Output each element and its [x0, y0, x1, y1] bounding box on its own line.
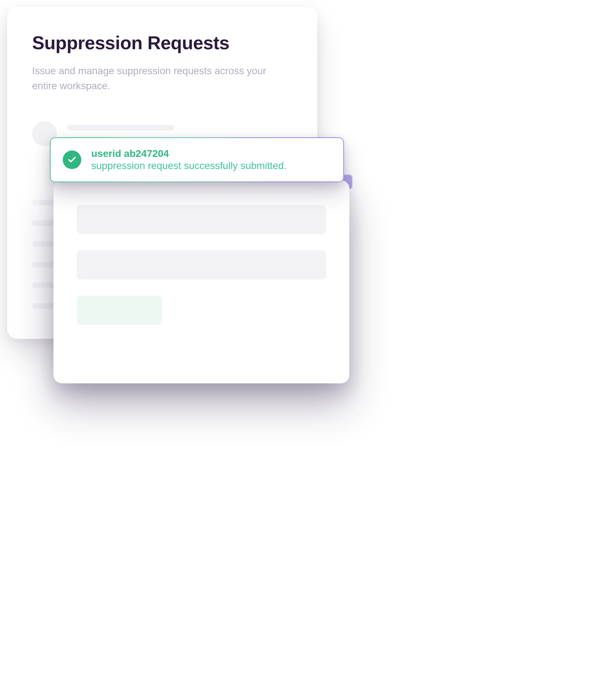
page-subtitle: Issue and manage suppression requests ac…	[32, 63, 274, 93]
toast-message: suppression request successfully submitt…	[91, 160, 287, 172]
submit-button-placeholder[interactable]	[77, 296, 162, 325]
success-toast: userid ab247204 suppression request succ…	[50, 137, 344, 182]
toast-content: userid ab247204 suppression request succ…	[91, 148, 287, 172]
input-placeholder[interactable]	[77, 250, 326, 280]
skeleton-line	[67, 125, 174, 131]
form-card	[53, 180, 349, 383]
input-placeholder[interactable]	[77, 205, 326, 234]
check-circle-icon	[63, 150, 81, 169]
suppression-requests-mockup: Suppression Requests Issue and manage su…	[0, 0, 378, 407]
page-title: Suppression Requests	[32, 32, 292, 53]
toast-title: userid ab247204	[91, 148, 287, 159]
